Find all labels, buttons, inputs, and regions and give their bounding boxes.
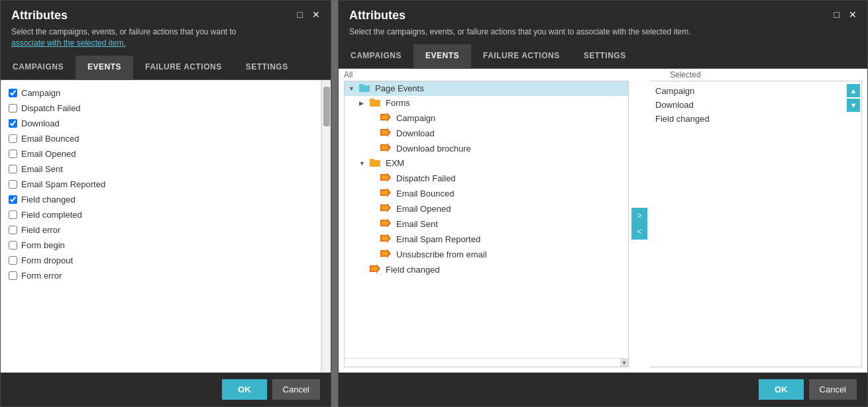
right-maximize-button[interactable]: □ xyxy=(832,9,842,21)
checkbox-email-sent[interactable] xyxy=(9,165,17,173)
checkbox-item[interactable]: Field changed xyxy=(1,192,321,207)
event-icon xyxy=(380,188,391,199)
reorder-down-button[interactable]: ▼ xyxy=(847,99,860,112)
checkbox-item[interactable]: Field error xyxy=(1,222,321,238)
tree-node-download-brochure[interactable]: Download brochure xyxy=(345,141,628,156)
tree-node-forms[interactable]: ▶ Forms xyxy=(345,96,628,111)
right-tabs: CAMPAIGNS EVENTS FAILURE ACTIONS SETTING… xyxy=(339,44,867,69)
right-tab-failure-actions[interactable]: FAILURE ACTIONS xyxy=(471,44,572,69)
checkbox-label: Form error xyxy=(21,271,62,281)
left-dialog-body: CampaignDispatch FailedDownloadEmail Bou… xyxy=(1,80,331,373)
checkbox-item[interactable]: Campaign xyxy=(1,85,321,101)
left-close-button[interactable]: ✕ xyxy=(309,9,323,21)
left-tab-events[interactable]: EVENTS xyxy=(76,56,133,80)
tree-node-label: Email Sent xyxy=(396,219,438,229)
tree-node-label: Field changed xyxy=(386,265,440,275)
folder-icon xyxy=(359,83,370,94)
checkbox-item[interactable]: Form dropout xyxy=(1,253,321,268)
left-subtitle-link[interactable]: associate with the selected item. xyxy=(11,38,126,48)
right-tab-settings[interactable]: SETTINGS xyxy=(572,44,638,69)
tree-node-label: Dispatch Failed xyxy=(396,173,456,183)
left-tabs: CAMPAIGNS EVENTS FAILURE ACTIONS SETTING… xyxy=(1,56,331,80)
tree-node-unsubscribe[interactable]: Unsubscribe from email xyxy=(345,247,628,262)
tree-expand-icon: ▶ xyxy=(359,100,367,107)
reorder-buttons: ▲ ▼ xyxy=(845,81,861,367)
svg-rect-1 xyxy=(359,84,364,87)
checkbox-email-bounced[interactable] xyxy=(9,134,17,143)
checkbox-label: Email Sent xyxy=(21,164,63,174)
remove-from-selected-button[interactable]: < xyxy=(631,224,647,240)
tree-node-label: Campaign xyxy=(396,113,435,123)
tree-node-email-bounced[interactable]: Email Bounced xyxy=(345,186,628,201)
checkbox-item[interactable]: Form error xyxy=(1,268,321,283)
tree-scroll-down[interactable]: ▼ xyxy=(620,359,628,367)
left-maximize-button[interactable]: □ xyxy=(295,9,305,21)
checkbox-item[interactable]: Download xyxy=(1,116,321,131)
left-dialog: Attributes Select the campaigns, events,… xyxy=(0,0,331,407)
checkbox-field-changed[interactable] xyxy=(9,195,17,204)
checkbox-field-error[interactable] xyxy=(9,226,17,234)
left-dialog-subtitle: Select the campaigns, events, or failure… xyxy=(11,26,320,49)
tree-node-campaign[interactable]: Campaign xyxy=(345,111,628,126)
tree-node-email-sent[interactable]: Email Sent xyxy=(345,216,628,232)
left-tab-campaigns[interactable]: CAMPAIGNS xyxy=(1,56,76,80)
right-dialog-controls: □ ✕ xyxy=(832,9,859,21)
tree-node-label: Forms xyxy=(386,98,410,108)
left-dialog-controls: □ ✕ xyxy=(295,9,323,21)
left-dialog-footer: OK Cancel xyxy=(1,373,331,406)
right-close-button[interactable]: ✕ xyxy=(846,9,859,21)
selected-list-item[interactable]: Download xyxy=(650,98,845,112)
event-icon xyxy=(380,128,391,139)
checkbox-dispatch-failed[interactable] xyxy=(9,104,17,113)
all-section: ▼ Page Events▶ Forms Campaign Download D… xyxy=(344,81,629,367)
checkbox-item[interactable]: Form begin xyxy=(1,238,321,253)
tree-selected-area: ▼ Page Events▶ Forms Campaign Download D… xyxy=(339,81,867,373)
checkbox-item[interactable]: Field completed xyxy=(1,207,321,222)
right-tab-events[interactable]: EVENTS xyxy=(413,44,471,69)
tree-node-label: Email Bounced xyxy=(396,189,454,199)
tree-node-label: Email Opened xyxy=(396,204,451,214)
checkbox-label: Email Spam Reported xyxy=(21,179,105,189)
checkbox-download[interactable] xyxy=(9,119,17,128)
left-tab-settings[interactable]: SETTINGS xyxy=(234,56,300,80)
checkbox-form-dropout[interactable] xyxy=(9,256,17,265)
checkbox-email-spam-reported[interactable] xyxy=(9,180,17,189)
tree-node-field-changed[interactable]: Field changed xyxy=(345,262,628,277)
checkbox-item[interactable]: Dispatch Failed xyxy=(1,101,321,116)
checkbox-field-completed[interactable] xyxy=(9,210,17,219)
tree-node-email-spam-reported[interactable]: Email Spam Reported xyxy=(345,232,628,247)
event-icon xyxy=(380,234,391,245)
left-ok-button[interactable]: OK xyxy=(222,379,267,400)
selected-list-item[interactable]: Campaign xyxy=(650,84,845,98)
tree-node-exm[interactable]: ▼ EXM xyxy=(345,156,628,171)
tree-node-email-opened[interactable]: Email Opened xyxy=(345,201,628,216)
tree-node-dispatch-failed[interactable]: Dispatch Failed xyxy=(345,171,628,186)
right-ok-button[interactable]: OK xyxy=(759,379,804,400)
right-dialog: Attributes Select the campaigns, events,… xyxy=(338,0,868,407)
checkbox-label: Form begin xyxy=(21,240,65,250)
right-cancel-button[interactable]: Cancel xyxy=(809,379,857,400)
left-cancel-button[interactable]: Cancel xyxy=(272,379,320,400)
reorder-up-button[interactable]: ▲ xyxy=(847,84,860,97)
checkbox-item[interactable]: Email Opened xyxy=(1,146,321,161)
checkbox-form-error[interactable] xyxy=(9,271,17,280)
tree-node-download[interactable]: Download xyxy=(345,126,628,141)
add-to-selected-button[interactable]: > xyxy=(631,208,647,224)
checkbox-label: Field error xyxy=(21,225,60,235)
checkbox-campaign[interactable] xyxy=(9,89,17,97)
transfer-buttons: > < xyxy=(629,81,650,367)
checkbox-label: Dispatch Failed xyxy=(21,103,81,113)
tree-node-page-events[interactable]: ▼ Page Events xyxy=(345,81,628,96)
event-icon xyxy=(380,173,391,184)
checkbox-item[interactable]: Email Bounced xyxy=(1,131,321,146)
checkbox-email-opened[interactable] xyxy=(9,150,17,158)
selected-section: CampaignDownloadField changed ▲ ▼ xyxy=(650,81,862,367)
left-scrollbar[interactable] xyxy=(321,80,331,373)
right-tab-campaigns[interactable]: CAMPAIGNS xyxy=(339,44,413,69)
checkbox-form-begin[interactable] xyxy=(9,241,17,249)
tree-node-label: Download xyxy=(396,128,435,138)
left-tab-failure-actions[interactable]: FAILURE ACTIONS xyxy=(133,56,234,80)
checkbox-item[interactable]: Email Spam Reported xyxy=(1,177,321,192)
selected-list-item[interactable]: Field changed xyxy=(650,112,845,126)
checkbox-item[interactable]: Email Sent xyxy=(1,161,321,177)
